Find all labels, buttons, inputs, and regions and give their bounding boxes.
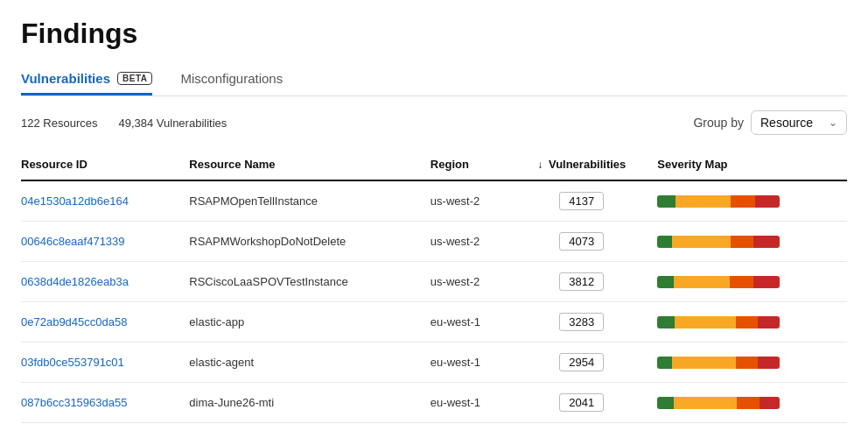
severity-green xyxy=(657,397,673,409)
vuln-count-cell: 4073 xyxy=(516,222,657,262)
tab-vulnerabilities[interactable]: Vulnerabilities BETA xyxy=(21,64,152,95)
table-row: 0e72ab9d45cc0da58elastic-appeu-west-1328… xyxy=(21,302,847,343)
region: us-west-2 xyxy=(430,180,516,222)
severity-yellow xyxy=(676,195,731,208)
vuln-count-cell: 3812 xyxy=(516,262,657,302)
findings-page: Findings Vulnerabilities BETA Misconfigu… xyxy=(0,0,868,438)
col-vulnerabilities[interactable]: ↓ Vulnerabilities xyxy=(516,149,657,180)
col-severity-map: Severity Map xyxy=(657,149,847,180)
severity-orange xyxy=(736,316,758,328)
severity-bar xyxy=(657,276,780,288)
table-row: 03fdb0ce553791c01elastic-agenteu-west-12… xyxy=(21,343,847,383)
resource-name: elastic-agent xyxy=(189,343,430,383)
severity-map-cell xyxy=(657,262,847,302)
severity-map-cell xyxy=(657,302,847,343)
vulnerabilities-count: 49,384 Vulnerabilities xyxy=(118,117,227,130)
severity-map-cell xyxy=(657,180,847,222)
resource-id-link[interactable]: 087b6cc315963da55 xyxy=(21,396,127,409)
beta-badge: BETA xyxy=(117,72,152,85)
col-resource-id: Resource ID xyxy=(21,149,189,180)
severity-orange xyxy=(730,276,753,288)
findings-table: Resource ID Resource Name Region ↓ Vulne… xyxy=(21,149,847,423)
group-by-label: Group by xyxy=(693,116,744,130)
tab-misconfigurations-label: Misconfigurations xyxy=(180,71,283,86)
region: eu-west-1 xyxy=(430,383,516,423)
sort-desc-icon: ↓ xyxy=(537,159,542,171)
severity-map-cell xyxy=(657,343,847,383)
severity-yellow xyxy=(672,357,736,369)
resource-name: dima-June26-mti xyxy=(189,383,430,423)
vuln-count-badge: 4073 xyxy=(559,232,604,251)
vuln-count-badge: 2954 xyxy=(559,353,604,371)
tab-vulnerabilities-label: Vulnerabilities xyxy=(21,71,110,86)
severity-yellow xyxy=(672,236,731,248)
table-row: 087b6cc315963da55dima-June26-mtieu-west-… xyxy=(21,383,847,423)
group-by-control: Group by Resource ⌄ xyxy=(693,110,847,135)
severity-bar xyxy=(657,316,780,328)
summary-counts: 122 Resources 49,384 Vulnerabilities xyxy=(21,117,227,130)
severity-orange xyxy=(731,236,752,248)
severity-red xyxy=(755,195,780,208)
tab-bar: Vulnerabilities BETA Misconfigurations xyxy=(21,64,847,96)
severity-red xyxy=(753,276,780,288)
vuln-count-badge: 4137 xyxy=(559,192,604,210)
severity-green xyxy=(657,316,675,328)
region: us-west-2 xyxy=(430,262,516,302)
severity-red xyxy=(753,236,780,248)
severity-yellow xyxy=(674,276,730,288)
severity-yellow xyxy=(675,316,736,328)
table-header-row: Resource ID Resource Name Region ↓ Vulne… xyxy=(21,149,847,180)
col-resource-name: Resource Name xyxy=(189,149,430,180)
resource-name: elastic-app xyxy=(189,302,430,343)
region: us-west-2 xyxy=(430,222,516,262)
table-row: 00646c8eaaf471339RSAPMWorkshopDoNotDelet… xyxy=(21,222,847,262)
severity-yellow xyxy=(674,397,738,409)
vuln-count-cell: 2954 xyxy=(516,343,657,383)
severity-orange xyxy=(731,195,755,208)
resource-name: RSAPMOpenTellInstance xyxy=(189,180,430,222)
resource-name: RSAPMWorkshopDoNotDelete xyxy=(189,222,430,262)
table-row: 04e1530a12db6e164RSAPMOpenTellInstanceus… xyxy=(21,180,847,222)
severity-green xyxy=(657,195,676,208)
chevron-down-icon: ⌄ xyxy=(829,117,837,129)
severity-bar xyxy=(657,357,780,369)
severity-green xyxy=(657,357,672,369)
severity-green xyxy=(657,236,672,248)
vuln-count-cell: 4137 xyxy=(516,180,657,222)
region: eu-west-1 xyxy=(430,302,516,343)
resource-id-link[interactable]: 04e1530a12db6e164 xyxy=(21,194,129,208)
severity-bar xyxy=(657,236,780,248)
resource-id-link[interactable]: 0e72ab9d45cc0da58 xyxy=(21,315,127,328)
group-by-value: Resource xyxy=(760,116,813,130)
tab-misconfigurations[interactable]: Misconfigurations xyxy=(180,64,283,95)
region: eu-west-1 xyxy=(430,343,516,383)
severity-bar xyxy=(657,195,780,208)
vuln-count-cell: 2041 xyxy=(516,383,657,423)
vuln-count-badge: 2041 xyxy=(559,393,604,412)
col-region: Region xyxy=(430,149,516,180)
vuln-count-badge: 3283 xyxy=(559,313,604,331)
vuln-count-cell: 3283 xyxy=(516,302,657,343)
severity-green xyxy=(657,276,673,288)
resource-name: RSCiscoLaaSPOVTestInstance xyxy=(189,262,430,302)
severity-map-cell xyxy=(657,383,847,423)
group-by-select[interactable]: Resource ⌄ xyxy=(751,110,847,135)
severity-red xyxy=(760,397,780,409)
page-title: Findings xyxy=(21,18,847,50)
severity-bar xyxy=(657,397,780,409)
severity-red xyxy=(758,316,780,328)
severity-orange xyxy=(737,397,759,409)
resource-id-link[interactable]: 00646c8eaaf471339 xyxy=(21,235,125,248)
table-row: 0638d4de1826eab3aRSCiscoLaaSPOVTestInsta… xyxy=(21,262,847,302)
vuln-count-badge: 3812 xyxy=(559,272,604,291)
summary-bar: 122 Resources 49,384 Vulnerabilities Gro… xyxy=(21,110,847,135)
severity-red xyxy=(758,357,780,369)
resource-id-link[interactable]: 03fdb0ce553791c01 xyxy=(21,356,124,369)
resource-id-link[interactable]: 0638d4de1826eab3a xyxy=(21,275,129,288)
resources-count: 122 Resources xyxy=(21,117,97,130)
severity-orange xyxy=(736,357,758,369)
severity-map-cell xyxy=(657,222,847,262)
